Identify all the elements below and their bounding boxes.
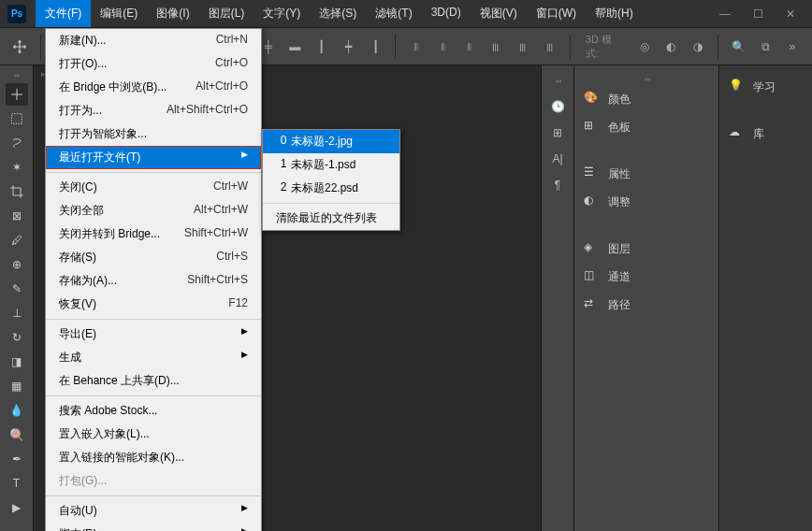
brush-tool[interactable]: ✎ [6,278,28,300]
menu-4[interactable]: 文字(Y) [254,0,310,27]
layers-panel[interactable]: ◈图层 [574,235,718,263]
distribute-icon[interactable]: ⫼ [486,36,507,58]
align-icon[interactable]: ┃ [365,36,386,58]
menu-6[interactable]: 滤镜(T) [366,0,421,27]
distribute-icon[interactable]: ⫴ [432,36,454,58]
mode3d-zoom-icon[interactable]: ◑ [688,36,709,58]
expand-icon[interactable]: » [781,36,803,58]
blur-tool[interactable]: 💧 [6,399,28,422]
file-menu-item[interactable]: 打开(O)...Ctrl+O [46,52,261,76]
menu-2[interactable]: 图像(I) [147,0,198,27]
panel-label: 学习 [753,79,776,95]
recent-file-item[interactable]: 2 未标题22.psd [263,177,399,200]
channels-panel[interactable]: ◫通道 [574,263,718,291]
file-menu-item[interactable]: 导出(E) [46,323,261,346]
lasso-tool[interactable] [6,132,28,154]
menu-1[interactable]: 编辑(E) [91,0,147,27]
path-select-tool[interactable]: ▶ [6,496,28,519]
ruler-panel-icon[interactable]: ⊞ [553,126,562,139]
minimize-button[interactable]: — [716,7,734,21]
quick-select-tool[interactable]: ✶ [6,156,28,179]
paragraph-panel-icon[interactable]: ¶ [555,179,560,192]
type-tool[interactable]: T [6,472,28,495]
frame-tool[interactable]: ⊠ [6,205,28,227]
file-menu-item[interactable]: 打开为...Alt+Shift+Ctrl+O [46,99,261,122]
history-panel-icon[interactable]: 🕒 [551,100,565,113]
file-menu-item[interactable]: 最近打开文件(T) [46,146,261,169]
grip-icon: ◂◂ [574,75,718,83]
tools-panel: ▸▸ ✶ ⊠ 🖊 ⊕ ✎ ⊥ ↻ ◨ ▦ 💧 🍭 ✒ T ▶ [0,65,34,531]
search-icon[interactable]: 🔍 [728,36,749,58]
menu-3[interactable]: 图层(L) [199,0,254,27]
panel-label: 调整 [608,194,631,210]
collapsed-panels: ◂◂ 🕒 ⊞ A| ¶ [541,65,574,531]
maximize-button[interactable]: ☐ [748,7,767,21]
file-menu-item[interactable]: 关闭全部Alt+Ctrl+W [46,199,261,222]
file-menu-item[interactable]: 生成 [46,346,261,369]
svg-rect-0 [11,114,22,124]
healing-tool[interactable]: ⊕ [6,253,28,276]
grip-icon: ▸▸ [14,71,20,79]
file-menu-item[interactable]: 打开为智能对象... [46,122,261,146]
menu-10[interactable]: 帮助(H) [586,0,643,27]
mode3d-pan-icon[interactable]: ◐ [660,36,682,58]
gradient-tool[interactable]: ▦ [6,375,28,397]
file-menu-item[interactable]: 在 Bridge 中浏览(B)...Alt+Ctrl+O [46,76,261,99]
distribute-icon[interactable]: ⫼ [539,36,560,58]
menu-9[interactable]: 窗口(W) [527,0,586,27]
mode3d-orbit-icon[interactable]: ◎ [634,36,656,58]
file-menu-item[interactable]: 存储为(A)...Shift+Ctrl+S [46,269,261,293]
dodge-tool[interactable]: 🍭 [6,423,28,446]
file-menu-item[interactable]: 在 Behance 上共享(D)... [46,369,261,393]
history-brush-tool[interactable]: ↻ [6,326,28,349]
menu-5[interactable]: 选择(S) [310,0,366,27]
menu-8[interactable]: 视图(V) [471,0,527,27]
share-icon[interactable]: ⧉ [755,36,776,58]
align-icon[interactable]: ▬ [284,36,306,58]
file-menu-item[interactable]: 脚本(R) [46,523,261,531]
eyedropper-tool[interactable]: 🖊 [6,229,28,251]
panel-label: 路径 [608,297,631,313]
char-panel-icon[interactable]: A| [552,152,562,165]
file-menu-item[interactable]: 打包(G)... [46,469,261,493]
file-menu-item[interactable]: 关闭并转到 Bridge...Shift+Ctrl+W [46,222,261,246]
recent-file-item[interactable]: 0 未标题-2.jpg [263,130,399,153]
menu-0[interactable]: 文件(F) [36,0,91,27]
adjustments-panel[interactable]: ◐调整 [574,188,718,216]
eraser-tool[interactable]: ◨ [6,351,28,373]
learn-panel[interactable]: 💡学习 [719,73,812,101]
clear-recent[interactable]: 清除最近的文件列表 [263,207,399,230]
learn-panel-stack: 💡学习 ☁库 [718,65,812,531]
file-menu-item[interactable]: 搜索 Adobe Stock... [46,399,261,423]
stamp-tool[interactable]: ⊥ [6,302,28,324]
file-menu-item[interactable]: 自动(U) [46,499,261,523]
file-menu-item[interactable]: 置入嵌入对象(L)... [46,423,261,446]
menubar: 文件(F)编辑(E)图像(I)图层(L)文字(Y)选择(S)滤镜(T)3D(D)… [36,0,716,27]
grip-icon: ◂◂ [555,77,560,85]
properties-panel[interactable]: ☰属性 [574,160,718,188]
distribute-icon[interactable]: ⫼ [513,36,534,58]
color-panel[interactable]: 🎨颜色 [574,85,718,113]
close-button[interactable]: ✕ [781,7,800,21]
align-icon[interactable]: ┃ [312,36,333,58]
file-menu-item[interactable]: 存储(S)Ctrl+S [46,246,261,269]
mode3d-label: 3D 模式: [580,33,629,61]
file-menu-item[interactable]: 置入链接的智能对象(K)... [46,446,261,469]
menu-7[interactable]: 3D(D) [422,0,471,27]
distribute-icon[interactable]: ⫴ [405,36,427,58]
file-menu-item[interactable]: 恢复(V)F12 [46,293,261,316]
move-tool[interactable] [6,83,28,106]
move-tool-icon[interactable] [9,36,31,58]
paths-panel[interactable]: ⇄路径 [574,291,718,319]
recent-file-item[interactable]: 1 未标题-1.psd [263,153,399,177]
swatches-panel[interactable]: ⊞色板 [574,113,718,141]
file-menu-dropdown: 新建(N)...Ctrl+N打开(O)...Ctrl+O在 Bridge 中浏览… [45,28,262,531]
crop-tool[interactable] [6,180,28,203]
file-menu-item[interactable]: 关闭(C)Ctrl+W [46,176,261,199]
pen-tool[interactable]: ✒ [6,448,28,470]
marquee-tool[interactable] [6,108,28,130]
file-menu-item[interactable]: 新建(N)...Ctrl+N [46,29,261,52]
align-icon[interactable]: ┿ [338,36,359,58]
library-panel[interactable]: ☁库 [719,120,812,148]
distribute-icon[interactable]: ⫴ [459,36,481,58]
